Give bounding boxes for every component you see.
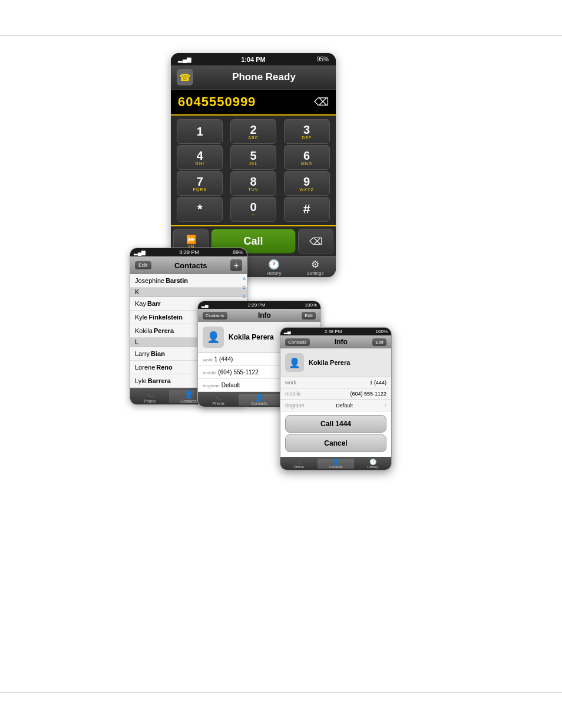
info-signal: ▂▄: [201, 302, 209, 308]
tab-history-icon: 🕐: [268, 259, 280, 270]
key-0[interactable]: 0 +: [230, 197, 276, 222]
call-dialog-battery: 100%: [376, 329, 388, 334]
dialer-status-bar: ▂▄▆ 1:04 PM 95%: [171, 53, 336, 65]
tab-settings-label: Settings: [307, 271, 324, 276]
call-dialog-header: Contacts Info Edit: [280, 335, 391, 348]
call-dialog-signal: ▂▄: [284, 329, 291, 334]
keypad-row-2: 4 GHI 5 JKL 6 MNO: [173, 145, 333, 170]
top-border-line: [0, 35, 562, 36]
key-6[interactable]: 6 MNO: [284, 145, 330, 170]
call-dialog-avatar: 👤: [285, 353, 304, 372]
keypad: 1 2 ABC 3 DEF 4 GHI 5 J: [171, 116, 336, 225]
phone-ready-title: Phone Ready: [198, 71, 330, 83]
dialer-battery: 95%: [317, 56, 329, 62]
dialer-phone-number: 6045550999: [178, 94, 256, 110]
contacts-time: 8:29 PM: [179, 249, 199, 255]
tab-settings[interactable]: ⚙ Settings: [295, 259, 336, 276]
ringtone-arrow-icon: ›: [385, 402, 386, 409]
keypad-row-3: 7 PQRS 8 TUV 9 WXYZ: [173, 171, 333, 196]
call-dialog-back-button[interactable]: Contacts: [285, 338, 310, 346]
contact-first-name: Josephine: [135, 277, 164, 284]
info-title: Info: [258, 311, 271, 319]
call-dialog-tab-phone[interactable]: 📞 Phone: [280, 459, 318, 469]
call-dialog-status-bar: ▂▄ 2:38 PM 100%: [280, 328, 391, 335]
contacts-edit-button[interactable]: Edit: [135, 261, 151, 269]
phone-ready-header: ☎ Phone Ready: [171, 65, 336, 90]
dialer-time: 1:04 PM: [241, 56, 266, 63]
contacts-title: Contacts: [174, 261, 207, 270]
delete-button[interactable]: ⌫: [298, 229, 333, 253]
backspace-icon[interactable]: ⌫: [314, 95, 329, 108]
call-dialog-edit-button[interactable]: Edit: [372, 338, 386, 346]
info-battery: 100%: [305, 302, 317, 308]
contacts-add-button[interactable]: +: [230, 259, 242, 271]
key-7[interactable]: 7 PQRS: [177, 171, 223, 196]
contacts-status-bar: ▂▄▆ 8:29 PM 89%: [130, 248, 247, 256]
call-button-label: Call: [243, 235, 263, 248]
call-dialog-details: work 1 (444) mobile (604) 555-1122 ringt…: [280, 377, 391, 411]
call-dialog-contact-name: Kokila Perera: [309, 359, 350, 366]
call-dialog-tab-bar: 📞 Phone 👤 Contacts 🕐 History: [280, 457, 391, 470]
call-dialog-detail-work[interactable]: work 1 (444): [280, 377, 391, 388]
contacts-signal: ▂▄▆: [134, 249, 146, 255]
info-edit-button[interactable]: Edit: [302, 312, 316, 319]
tab-history-label: History: [267, 271, 282, 276]
call-dialog-detail-mobile[interactable]: mobile (604) 555-1122: [280, 388, 391, 400]
contacts-header: Edit Contacts +: [130, 256, 247, 274]
keypad-row-4: * 0 + #: [173, 197, 333, 222]
contact-last-name: Barstin: [166, 277, 188, 284]
info-contact-avatar: 👤: [203, 327, 224, 348]
info-back-button[interactable]: Contacts: [203, 312, 227, 319]
call-dialog-time: 2:38 PM: [325, 329, 342, 334]
keypad-row-1: 1 2 ABC 3 DEF: [173, 119, 333, 144]
info-status-bar: ▂▄ 2:29 PM 100%: [198, 301, 320, 309]
number-display: 6045550999 ⌫: [171, 90, 336, 116]
tab-settings-icon: ⚙: [311, 259, 319, 270]
key-5[interactable]: 5 JKL: [230, 145, 276, 170]
contacts-section-k: K: [130, 288, 247, 297]
contacts-battery: 89%: [233, 249, 243, 255]
phone-dialer-section: ▂▄▆ 1:04 PM 95% ☎ Phone Ready 6045550999…: [171, 53, 336, 277]
info-time: 2:29 PM: [248, 302, 266, 308]
key-8[interactable]: 8 TUV: [230, 171, 276, 196]
call-number-button[interactable]: Call 1444: [285, 415, 386, 433]
info-tab-contacts[interactable]: 👤 Contacts: [239, 394, 279, 406]
delete-icon: ⌫: [309, 236, 323, 247]
voicemail-icon: ⏩: [186, 235, 196, 244]
contacts-tab-phone[interactable]: 📞 Phone: [130, 390, 169, 403]
key-hash[interactable]: #: [284, 197, 330, 222]
bottom-border-line: [0, 692, 562, 693]
key-4[interactable]: 4 GHI: [177, 145, 223, 170]
call-dialog-title: Info: [335, 338, 348, 346]
tab-history[interactable]: 🕐 History: [253, 259, 295, 276]
key-3[interactable]: 3 DEF: [284, 119, 330, 144]
phone-app-icon: ☎: [177, 69, 193, 85]
key-1[interactable]: 1: [177, 119, 223, 144]
call-dialog-tab-history[interactable]: 🕐 History: [354, 459, 391, 469]
info-contact-name: Kokila Perera: [229, 333, 274, 341]
cancel-button[interactable]: Cancel: [285, 434, 386, 452]
contact-josephine-barstin[interactable]: Josephine Barstin: [130, 274, 247, 288]
call-dialog-detail-ringtone[interactable]: ringtone Default ›: [280, 400, 391, 411]
call-dialog-contact-section: 👤 Kokila Perera: [280, 348, 391, 377]
call-dialog: ▂▄ 2:38 PM 100% Contacts Info Edit 👤 Kok…: [280, 327, 392, 470]
key-2[interactable]: 2 ABC: [230, 119, 276, 144]
iphone-dialer-frame: ▂▄▆ 1:04 PM 95% ☎ Phone Ready 6045550999…: [171, 53, 336, 277]
info-header: Contacts Info Edit: [198, 309, 320, 322]
call-dialog-tab-contacts[interactable]: 👤 Contacts: [318, 459, 355, 469]
key-star[interactable]: *: [177, 197, 223, 222]
key-9[interactable]: 9 WXYZ: [284, 171, 330, 196]
info-tab-phone[interactable]: 📞 Phone: [198, 394, 239, 406]
dialer-signal: ▂▄▆: [178, 56, 191, 62]
